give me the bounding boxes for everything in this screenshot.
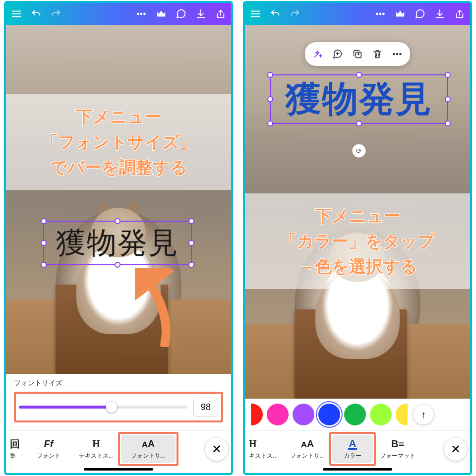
bottom-item-color[interactable]: A カラー bbox=[332, 435, 373, 463]
close-button[interactable]: ✕ bbox=[205, 438, 228, 461]
slider-highlight-box: 98 bbox=[14, 392, 223, 422]
bottom-item-label: キストス... bbox=[249, 452, 278, 460]
edit-icon: 回 bbox=[10, 438, 20, 450]
share-icon[interactable] bbox=[214, 7, 227, 20]
undo-icon[interactable] bbox=[30, 7, 43, 20]
delete-button[interactable] bbox=[368, 45, 386, 63]
textbox-content[interactable]: 獲物発見 bbox=[56, 223, 179, 263]
canvas-area[interactable]: 獲物発見 ⟳ 下メニュー 「カラー」をタップ →色を選択する bbox=[245, 25, 470, 399]
annotation-line: 下メニュー bbox=[250, 203, 465, 229]
expand-colors-button[interactable]: ↑ bbox=[414, 405, 433, 424]
svg-point-5 bbox=[383, 13, 384, 15]
text-style-icon: H bbox=[249, 438, 257, 450]
annotation-overlay: 下メニュー 「フォントサイズ」 でバーを調整する bbox=[6, 94, 231, 190]
phone-left: 下メニュー 「フォントサイズ」 でバーを調整する 獲物発見 フォントサイズ 98 bbox=[4, 1, 233, 475]
top-toolbar bbox=[6, 3, 231, 25]
bottom-item-text-style[interactable]: H テキストス... bbox=[73, 435, 119, 463]
text-style-icon: H bbox=[92, 438, 100, 450]
bottom-item-font-size[interactable]: ᴀA フォントサ... bbox=[285, 435, 330, 463]
color-swatch-red[interactable] bbox=[251, 404, 263, 425]
font-size-value[interactable]: 98 bbox=[193, 398, 218, 416]
menu-icon[interactable] bbox=[249, 7, 262, 20]
bottom-item-label: フォント bbox=[37, 452, 60, 460]
menu-icon[interactable] bbox=[10, 7, 23, 20]
more-options-button[interactable] bbox=[388, 45, 406, 63]
bottom-item-label: フォントサ... bbox=[290, 452, 325, 460]
svg-point-1 bbox=[141, 13, 142, 15]
share-icon[interactable] bbox=[453, 7, 466, 20]
font-size-panel: フォントサイズ 98 bbox=[6, 374, 231, 430]
annotation-line: 「カラー」をタップ bbox=[250, 229, 465, 254]
color-swatch-yellow[interactable] bbox=[396, 404, 408, 425]
comment-icon[interactable] bbox=[414, 7, 426, 20]
font-size-slider[interactable] bbox=[19, 406, 187, 409]
svg-point-9 bbox=[400, 54, 401, 55]
annotation-line: →色を選択する bbox=[250, 254, 465, 279]
bottom-item-font[interactable]: Ff フォント bbox=[26, 435, 71, 463]
svg-point-8 bbox=[397, 54, 398, 55]
font-size-icon: ᴀA bbox=[142, 438, 155, 450]
home-indicator bbox=[323, 468, 392, 471]
more-icon[interactable] bbox=[135, 7, 148, 20]
color-swatch-pink[interactable] bbox=[267, 404, 289, 425]
color-swatch-purple[interactable] bbox=[293, 404, 314, 425]
bottom-item-label: カラー bbox=[344, 452, 361, 460]
redo-icon[interactable] bbox=[289, 7, 301, 20]
svg-point-4 bbox=[380, 13, 381, 15]
color-swatch-lime[interactable] bbox=[370, 404, 392, 425]
bottom-item-label: 集 bbox=[10, 452, 16, 460]
crown-icon[interactable] bbox=[394, 7, 407, 20]
undo-icon[interactable] bbox=[269, 7, 282, 20]
text-selection-box[interactable]: 獲物発見 ⟳ bbox=[270, 74, 448, 124]
ai-magic-button[interactable] bbox=[309, 45, 327, 63]
color-swatch-green[interactable] bbox=[344, 404, 366, 425]
annotation-overlay: 下メニュー 「カラー」をタップ →色を選択する bbox=[245, 193, 470, 289]
bottom-item-label: フォーマット bbox=[380, 452, 416, 460]
svg-point-3 bbox=[376, 13, 378, 15]
bottom-item-text-style[interactable]: H キストス... bbox=[248, 435, 283, 463]
download-icon[interactable] bbox=[194, 7, 207, 20]
font-size-icon: ᴀA bbox=[301, 438, 314, 450]
color-panel: ↑ bbox=[245, 399, 470, 430]
phone-right: 獲物発見 ⟳ 下メニュー 「カラー」をタップ →色を選択する ↑ H キストス.… bbox=[243, 1, 472, 475]
bottom-menu: 回 集 Ff フォント H テキストス... ᴀA フォントサ... ✕ bbox=[6, 430, 231, 473]
annotation-line: 下メニュー bbox=[11, 104, 226, 129]
duplicate-button[interactable] bbox=[349, 45, 366, 63]
canvas-area[interactable]: 下メニュー 「フォントサイズ」 でバーを調整する 獲物発見 bbox=[6, 25, 231, 374]
slider-label: フォントサイズ bbox=[14, 379, 223, 388]
color-swatch-blue[interactable] bbox=[318, 404, 340, 425]
rotate-handle[interactable]: ⟳ bbox=[352, 144, 366, 158]
svg-point-0 bbox=[137, 13, 139, 15]
color-icon: A bbox=[348, 438, 357, 450]
format-icon: B≡ bbox=[391, 438, 404, 450]
redo-icon[interactable] bbox=[50, 7, 62, 20]
add-comment-button[interactable] bbox=[329, 45, 347, 63]
annotation-line: 「フォントサイズ」 bbox=[11, 129, 226, 155]
top-toolbar bbox=[245, 3, 470, 25]
close-icon: ✕ bbox=[212, 442, 222, 456]
close-button[interactable]: ✕ bbox=[444, 438, 467, 461]
annotation-line: でバーを調整する bbox=[11, 155, 226, 180]
bottom-menu: H キストス... ᴀA フォントサ... A カラー B≡ フォーマット ✕ bbox=[245, 430, 470, 473]
home-indicator bbox=[84, 468, 153, 471]
slider-thumb[interactable] bbox=[106, 402, 117, 413]
text-selection-box[interactable]: 獲物発見 bbox=[43, 221, 192, 265]
comment-icon[interactable] bbox=[175, 7, 187, 20]
bottom-item-label: テキストス... bbox=[79, 452, 114, 460]
context-toolbar bbox=[305, 42, 410, 66]
bottom-item-format[interactable]: B≡ フォーマット bbox=[375, 435, 420, 463]
arrow-up-icon: ↑ bbox=[421, 409, 426, 420]
close-icon: ✕ bbox=[451, 442, 461, 456]
svg-point-2 bbox=[144, 13, 145, 15]
font-icon: Ff bbox=[44, 438, 54, 450]
bottom-item-font-size[interactable]: ᴀA フォントサ... bbox=[121, 435, 176, 463]
textbox-content[interactable]: 獲物発見 bbox=[286, 75, 432, 123]
crown-icon[interactable] bbox=[155, 7, 168, 20]
svg-point-7 bbox=[393, 54, 395, 55]
bottom-item-label: フォントサ... bbox=[131, 452, 166, 460]
bottom-item-edit[interactable]: 回 集 bbox=[9, 435, 24, 463]
download-icon[interactable] bbox=[433, 7, 446, 20]
more-icon[interactable] bbox=[374, 7, 387, 20]
